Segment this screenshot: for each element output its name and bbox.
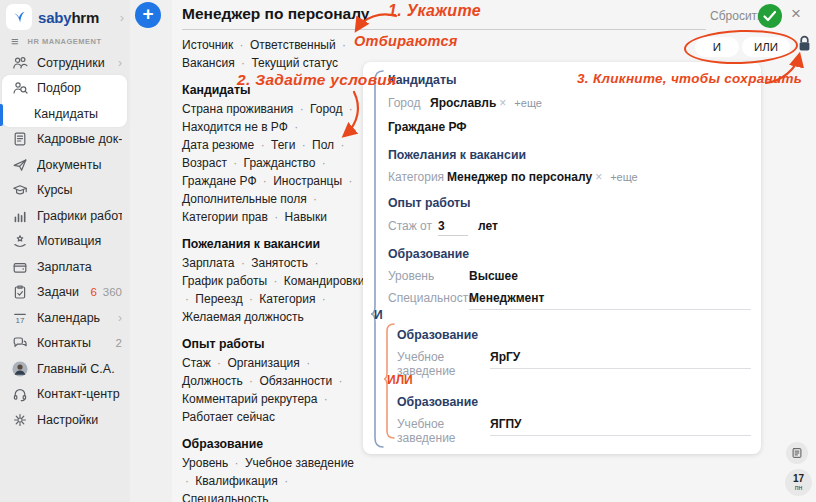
filter-link[interactable]: Учебное заведение <box>245 456 354 470</box>
sidebar-item-label: Подбор <box>37 81 122 95</box>
filter-link[interactable]: Переезд <box>195 292 242 306</box>
calendar-icon: 17 <box>12 310 28 326</box>
sidebar-item-courses[interactable]: Курсы <box>0 178 130 204</box>
remove-chip-icon[interactable]: × <box>499 96 506 110</box>
filter-link[interactable]: Категория <box>259 292 315 306</box>
filter-link[interactable]: Желаемая должность <box>182 310 304 324</box>
experience-unit: лет <box>478 219 498 233</box>
sidebar-item-hr-docs[interactable]: Кадровые док-ты <box>0 127 130 153</box>
filter-link[interactable]: Занятость <box>251 256 308 270</box>
dot-separator: · <box>238 256 248 270</box>
sidebar-item-contacts[interactable]: Контакты 2 <box>0 331 130 357</box>
or-operator-label[interactable]: ИЛИ <box>387 373 413 387</box>
sidebar-item-calendar[interactable]: 17 Календарь › <box>0 305 130 331</box>
filter-link[interactable]: Возраст <box>182 156 227 170</box>
close-icon[interactable]: × <box>791 4 801 24</box>
calendar-weekday: пн <box>795 484 803 491</box>
filter-link[interactable]: Находится не в РФ <box>182 120 288 134</box>
dot-separator: · <box>182 292 192 306</box>
app-logo[interactable]: sabyhrm › <box>0 0 130 32</box>
dot-separator: · <box>258 138 268 152</box>
filter-link[interactable]: Квалификация <box>195 474 277 488</box>
sidebar-item-label: Контакт-центр <box>37 387 122 401</box>
workspace-switcher[interactable]: ≡ HR MANAGEMENT <box>0 32 130 52</box>
specialty-input[interactable]: Менеджмент <box>469 291 751 310</box>
calendar-fab[interactable]: 17 пн <box>785 469 812 496</box>
chevron-right-icon[interactable]: › <box>120 10 124 25</box>
school-row-1: Учебное заведениеЯрГУ <box>397 350 751 378</box>
level-value[interactable]: Высшее <box>469 269 518 283</box>
filter-link[interactable]: Вакансия <box>182 56 235 70</box>
graduation-cap-icon <box>12 182 28 198</box>
notes-fab[interactable] <box>786 442 808 464</box>
and-operator-label[interactable]: И <box>374 308 383 322</box>
apply-button[interactable] <box>758 4 782 28</box>
dot-separator: · <box>246 374 256 388</box>
city-chip[interactable]: Ярославль <box>430 96 496 110</box>
filter-link[interactable]: Дата резюме <box>182 138 254 152</box>
sidebar-item-employees[interactable]: Сотрудники › <box>0 50 130 76</box>
category-chip[interactable]: Менеджер по персоналу <box>447 170 592 184</box>
sidebar-item-profile[interactable]: Главный С.А. <box>0 356 130 382</box>
hamburger-icon: ≡ <box>11 35 19 48</box>
sidebar-item-candidates[interactable]: Кандидаты <box>0 101 130 127</box>
filter-link[interactable]: Иностранцы <box>273 174 342 188</box>
filter-link[interactable]: Дополнительные поля <box>182 192 307 206</box>
filter-link[interactable]: Обязанности <box>259 374 332 388</box>
remove-chip-icon[interactable]: × <box>595 170 602 184</box>
dot-separator: · <box>303 356 313 370</box>
specialty-value: Менеджмент <box>469 291 544 305</box>
sidebar-item-documents[interactable]: Документы <box>0 152 130 178</box>
svg-text:17: 17 <box>16 316 25 325</box>
filter-section-title: Опыт работы <box>182 335 365 353</box>
chevron-right-icon: › <box>118 311 122 325</box>
chevron-right-icon: › <box>118 56 122 70</box>
filter-link[interactable]: Должность <box>182 374 243 388</box>
filter-link[interactable]: Командировки <box>284 274 365 288</box>
filter-link[interactable]: Работает сейчас <box>182 410 275 424</box>
page-title[interactable]: Менеджер по персоналу <box>182 5 369 23</box>
bar-chart-icon <box>12 208 28 224</box>
tasks-new-badge: 6 <box>90 286 96 298</box>
sidebar-item-work-schedules[interactable]: Графики работ <box>0 203 130 229</box>
filter-link[interactable]: Специальность <box>182 492 268 502</box>
filter-link[interactable]: Уровень <box>182 456 228 470</box>
category-more-link[interactable]: +еще <box>610 171 638 183</box>
experience-input[interactable]: 3 <box>438 219 468 236</box>
dot-separator: · <box>246 292 256 306</box>
sidebar-item-contact-center[interactable]: Контакт-центр <box>0 382 130 408</box>
sidebar-item-label: Мотивация <box>37 234 122 248</box>
sidebar-item-motivation[interactable]: Мотивация <box>0 229 130 255</box>
filter-link[interactable]: Зарплата <box>182 256 235 270</box>
filter-link[interactable]: Комментарий рекрутера <box>182 392 317 406</box>
sidebar-item-salary[interactable]: Зарплата <box>0 254 130 280</box>
filter-link[interactable]: Страна проживания <box>182 102 293 116</box>
filter-link[interactable]: Навыки <box>285 210 327 224</box>
group-title-wishes: Пожелания к вакансии <box>388 148 526 162</box>
filter-link[interactable]: Текущий статус <box>251 56 338 70</box>
clipboard-check-icon <box>12 284 28 300</box>
add-button[interactable]: + <box>135 2 161 28</box>
filter-link[interactable]: Источник <box>182 38 233 52</box>
logo-text: sabyhrm <box>38 9 99 26</box>
reset-button[interactable]: Сбросить <box>710 9 763 23</box>
filter-link[interactable]: Организация <box>227 356 299 370</box>
filter-link[interactable]: График работы <box>182 274 267 288</box>
filter-link[interactable]: Ответственный <box>250 38 336 52</box>
school-input[interactable]: ЯГПУ <box>490 417 751 436</box>
citizens-rf-condition[interactable]: Граждане РФ <box>388 120 467 134</box>
filter-link[interactable]: Пол <box>312 138 334 152</box>
main-content: Менеджер по персоналу Сбросить × И ИЛИ И… <box>172 0 816 502</box>
sidebar-item-settings[interactable]: Настройки <box>0 407 130 433</box>
sidebar-item-recruiting[interactable]: Подбор <box>0 76 130 102</box>
calendar-day: 17 <box>793 474 804 484</box>
sidebar-item-tasks[interactable]: Задачи 6 360 <box>0 280 130 306</box>
school-input[interactable]: ЯрГУ <box>490 350 751 369</box>
filter-link[interactable]: Категории прав <box>182 210 268 224</box>
dot-separator: · <box>238 56 248 70</box>
filter-link[interactable]: Гражданство <box>244 156 316 170</box>
filter-link[interactable]: Граждане РФ <box>182 174 257 188</box>
filter-link[interactable]: Теги <box>271 138 295 152</box>
filter-link[interactable]: Стаж <box>182 356 211 370</box>
city-more-link[interactable]: +еще <box>514 97 542 109</box>
